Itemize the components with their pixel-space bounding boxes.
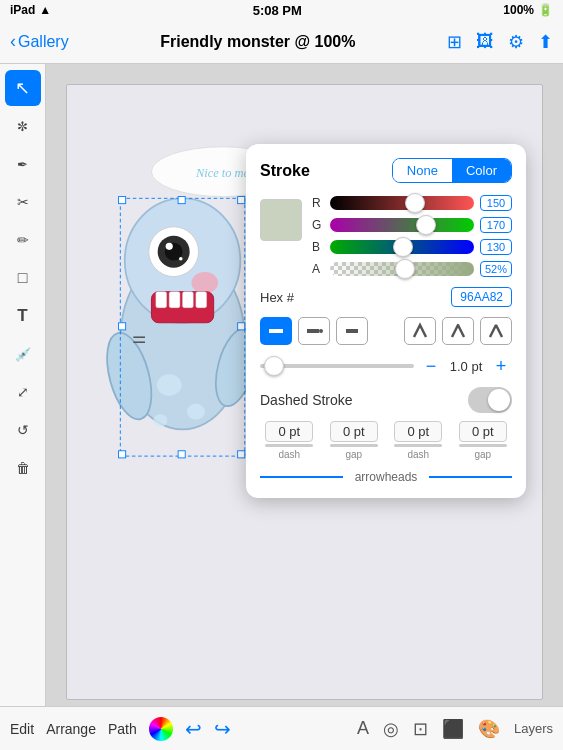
stroke-title: Stroke <box>260 162 310 180</box>
width-slider-thumb[interactable] <box>264 356 284 376</box>
b-label: B <box>312 240 324 254</box>
gap2-label: gap <box>474 449 491 460</box>
back-button[interactable]: ‹ Gallery <box>10 31 69 52</box>
image-icon[interactable]: 🖼 <box>476 31 494 52</box>
width-minus-button[interactable]: − <box>420 355 442 377</box>
g-label: G <box>312 218 324 232</box>
dash1-slider[interactable] <box>265 444 313 447</box>
arrowhead-right-line <box>429 476 512 478</box>
hex-row: Hex # 96AA82 <box>260 287 512 307</box>
gap1-slider[interactable] <box>330 444 378 447</box>
status-left: iPad ▲ <box>10 3 51 17</box>
hex-label: Hex # <box>260 290 294 305</box>
share-icon[interactable]: ⬆ <box>538 31 553 53</box>
width-plus-button[interactable]: + <box>490 355 512 377</box>
svg-rect-23 <box>119 451 126 458</box>
svg-point-9 <box>191 272 218 293</box>
width-slider-track[interactable] <box>260 364 414 368</box>
delete-tool-button[interactable]: 🗑 <box>5 450 41 486</box>
dash2-value[interactable]: 0 pt <box>394 421 442 442</box>
shape-buttons <box>260 317 512 345</box>
round-join-button[interactable] <box>442 317 474 345</box>
status-bar: iPad ▲ 5:08 PM 100% 🔋 <box>0 0 563 20</box>
r-value[interactable]: 150 <box>480 195 512 211</box>
dash1-label: dash <box>278 449 300 460</box>
a-slider-track[interactable] <box>330 262 474 276</box>
r-slider-track[interactable] <box>330 196 474 210</box>
gap2-slider[interactable] <box>459 444 507 447</box>
a-slider-row: A 52% <box>312 261 512 277</box>
settings-icon[interactable]: ⚙ <box>508 31 524 53</box>
svg-rect-28 <box>238 323 245 330</box>
filter-icon[interactable]: ⚌ <box>127 325 151 349</box>
nav-icons: ⊞ 🖼 ⚙ ⬆ <box>447 31 553 53</box>
dash1-group: 0 pt dash <box>260 421 319 460</box>
undo-button[interactable]: ↩ <box>185 717 202 741</box>
b-value[interactable]: 130 <box>480 239 512 255</box>
svg-rect-11 <box>156 292 167 308</box>
g-slider-track[interactable] <box>330 218 474 232</box>
svg-rect-27 <box>119 323 126 330</box>
eyedropper-tool-button[interactable]: 💉 <box>5 336 41 372</box>
pen-tool-button[interactable]: ✒ <box>5 146 41 182</box>
svg-point-18 <box>187 404 205 420</box>
miter-join-button[interactable] <box>404 317 436 345</box>
a-value[interactable]: 52% <box>480 261 512 277</box>
transform-tool-button[interactable]: ⤢ <box>5 374 41 410</box>
scissors-tool-button[interactable]: ✂ <box>5 184 41 220</box>
arrange-menu-button[interactable]: Arrange <box>46 721 96 737</box>
dash2-group: 0 pt dash <box>389 421 448 460</box>
toggle-color-button[interactable]: Color <box>452 159 511 182</box>
a-slider-thumb[interactable] <box>395 259 415 279</box>
g-value[interactable]: 170 <box>480 217 512 233</box>
subselect-tool-button[interactable]: ✼ <box>5 108 41 144</box>
carrier-label: iPad <box>10 3 35 17</box>
gap1-value[interactable]: 0 pt <box>330 421 378 442</box>
svg-rect-25 <box>178 197 185 204</box>
bevel-join-button[interactable] <box>480 317 512 345</box>
gap1-group: 0 pt gap <box>325 421 384 460</box>
back-label: Gallery <box>18 33 69 51</box>
g-slider-row: G 170 <box>312 217 512 233</box>
dashed-stroke-toggle[interactable] <box>468 387 512 413</box>
edit-menu-button[interactable]: Edit <box>10 721 34 737</box>
round-cap-button[interactable] <box>298 317 330 345</box>
b-slider-thumb[interactable] <box>393 237 413 257</box>
svg-rect-22 <box>238 197 245 204</box>
r-slider-thumb[interactable] <box>405 193 425 213</box>
square-cap-button[interactable] <box>260 317 292 345</box>
stroke-panel: Stroke None Color R 150 <box>246 144 526 498</box>
left-toolbar: ↖ ✼ ✒ ✂ ✏ □ T 💉 ⤢ ↺ 🗑 <box>0 64 46 750</box>
color-preview[interactable] <box>260 199 302 241</box>
g-slider-thumb[interactable] <box>416 215 436 235</box>
clip-icon[interactable]: ⊡ <box>413 718 428 740</box>
grid-icon[interactable]: ⬛ <box>442 718 464 740</box>
redo-button[interactable]: ↪ <box>214 717 231 741</box>
gap2-value[interactable]: 0 pt <box>459 421 507 442</box>
shape-tool-button[interactable]: □ <box>5 260 41 296</box>
dash1-value[interactable]: 0 pt <box>265 421 313 442</box>
palette-icon[interactable]: 🎨 <box>478 718 500 740</box>
select-tool-button[interactable]: ↖ <box>5 70 41 106</box>
text-tool-button[interactable]: T <box>5 298 41 334</box>
gap2-group: 0 pt gap <box>454 421 513 460</box>
layers-button[interactable]: Layers <box>514 721 553 736</box>
dash2-slider[interactable] <box>394 444 442 447</box>
b-slider-track[interactable] <box>330 240 474 254</box>
target-icon[interactable]: ◎ <box>383 718 399 740</box>
sliders-section: R 150 G 170 <box>312 195 512 283</box>
svg-rect-14 <box>196 292 207 308</box>
hex-value[interactable]: 96AA82 <box>451 287 512 307</box>
text-format-icon[interactable]: A <box>357 718 369 739</box>
flat-cap-button[interactable] <box>336 317 368 345</box>
toggle-none-button[interactable]: None <box>393 159 452 182</box>
grid-view-icon[interactable]: ⊞ <box>447 31 462 53</box>
pencil-tool-button[interactable]: ✏ <box>5 222 41 258</box>
rotate-tool-button[interactable]: ↺ <box>5 412 41 448</box>
svg-rect-13 <box>183 292 194 308</box>
bottom-icons-right: A ◎ ⊡ ⬛ 🎨 Layers <box>357 718 553 740</box>
canvas-area[interactable]: Nice to meet you <box>46 64 563 750</box>
color-wheel-button[interactable] <box>149 717 173 741</box>
path-menu-button[interactable]: Path <box>108 721 137 737</box>
stroke-width-row: − 1.0 pt + <box>260 355 512 377</box>
